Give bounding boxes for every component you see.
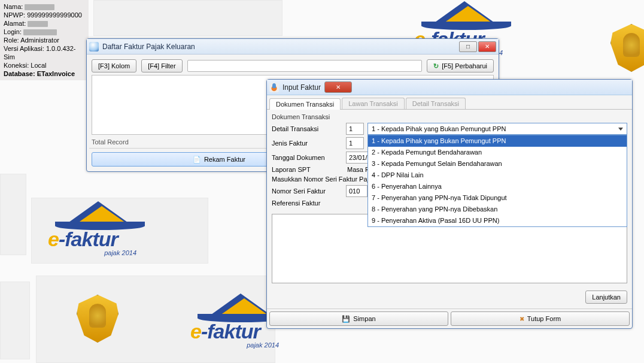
koneksi-value: Local (31, 62, 46, 69)
java-icon (269, 83, 279, 92)
detail-transaksi-combo[interactable]: 1 - Kepada Pihak yang Bukan Pemungut PPN… (367, 123, 627, 135)
save-icon (342, 315, 350, 323)
detail-transaksi-input[interactable] (346, 123, 364, 135)
tutup-form-button[interactable]: Tutup Form (451, 311, 630, 326)
combo-selected-text: 1 - Kepada Pihak yang Bukan Pemungut PPN (372, 125, 506, 132)
emblem-icon (77, 295, 119, 343)
simpan-button[interactable]: Simpan (269, 311, 448, 326)
db-value: ETaxInvoice (37, 70, 75, 77)
window-input-faktur: Input Faktur ✕ Dokumen Transaksi Lawan T… (266, 79, 633, 329)
chevron-down-icon (616, 124, 625, 134)
tab-detail-transaksi[interactable]: Detail Transaksi (406, 98, 466, 109)
app-icon (89, 42, 99, 52)
dropdown-option[interactable]: 6 - Penyerahan Lainnya (368, 181, 627, 192)
dropdown-option[interactable]: 7 - Penyerahan yang PPN-nya Tidak Dipung… (368, 192, 627, 204)
close-button[interactable]: ✕ (478, 41, 496, 52)
dropdown-option[interactable]: 3 - Kepada Pemungut Selain Bendaharawan (368, 158, 627, 170)
npwp-label: NPWP: (4, 11, 25, 19)
dropdown-option[interactable]: 4 - DPP Nilai Lain (368, 170, 627, 181)
efaktur-logo: e-faktur pajak 2014 (42, 200, 150, 260)
window-title: Input Faktur (282, 83, 321, 92)
nomor-seri-intro-label: Masukkan Nomor Seri Faktur Pajak : (272, 176, 379, 183)
db-label: Database: (4, 70, 35, 77)
window-title: Daftar Faktur Pajak Keluaran (102, 43, 455, 51)
nomor-seri-prefix-input[interactable] (346, 185, 367, 197)
close-button[interactable]: ✕ (324, 81, 352, 93)
detail-transaksi-label: Detail Transaksi (272, 125, 342, 132)
koneksi-label: Koneksi: (4, 62, 29, 69)
close-icon (520, 315, 524, 322)
session-info-panel: Nama: NPWP: 999999999999000 Alamat: Logi… (0, 0, 89, 80)
tanggal-dokumen-label: Tanggal Dokumen (272, 154, 342, 161)
jenis-faktur-label: Jenis Faktur (272, 140, 342, 147)
maximize-button[interactable]: □ (459, 41, 477, 52)
quick-filter-input[interactable] (187, 60, 423, 72)
nama-label: Nama: (4, 3, 23, 10)
detail-transaksi-dropdown[interactable]: 1 - Kepada Pihak yang Bukan Pemungut PPN… (367, 135, 627, 227)
window-titlebar: Daftar Faktur Pajak Keluaran □ ✕ (87, 39, 499, 55)
versi-label: Versi Aplikasi: (4, 45, 44, 52)
laporan-spt-label: Laporan SPT (272, 166, 342, 173)
jenis-faktur-input[interactable] (346, 137, 364, 149)
dropdown-option[interactable]: 2 - Kepada Pemungut Bendaharawan (368, 147, 627, 158)
role-value: Administrator (20, 37, 59, 44)
kolom-button[interactable]: [F3] Kolom (92, 59, 136, 72)
role-label: Role: (4, 37, 19, 44)
filter-button[interactable]: [F4] Filter (141, 59, 182, 72)
tab-bar: Dokumen Transaksi Lawan Transaksi Detail… (267, 95, 632, 110)
dropdown-option[interactable]: 1 - Kepada Pihak yang Bukan Pemungut PPN (368, 135, 627, 147)
lanjutkan-button[interactable]: Lanjutkan (585, 291, 627, 304)
tab-dokumen-transaksi[interactable]: Dokumen Transaksi (269, 98, 341, 110)
npwp-value: 999999999999000 (27, 11, 82, 19)
document-icon (193, 156, 201, 164)
emblem-icon (610, 24, 644, 72)
nomor-seri-label: Nomor Seri Faktur (272, 187, 342, 195)
section-label: Dokumen Transaksi (272, 112, 627, 123)
referensi-faktur-label: Referensi Faktur (272, 199, 342, 207)
window-titlebar: Input Faktur ✕ (267, 80, 632, 95)
dropdown-option[interactable]: 8 - Penyerahan yang PPN-nya Dibebaskan (368, 204, 627, 215)
refresh-icon (433, 62, 439, 70)
login-label: Login: (4, 28, 22, 35)
dropdown-option[interactable]: 9 - Penyerahan Aktiva (Pasal 16D UU PPN) (368, 215, 627, 226)
refresh-button[interactable]: [F5] Perbaharui (427, 59, 494, 72)
tab-lawan-transaksi[interactable]: Lawan Transaksi (342, 98, 405, 109)
alamat-label: Alamat: (4, 20, 26, 27)
